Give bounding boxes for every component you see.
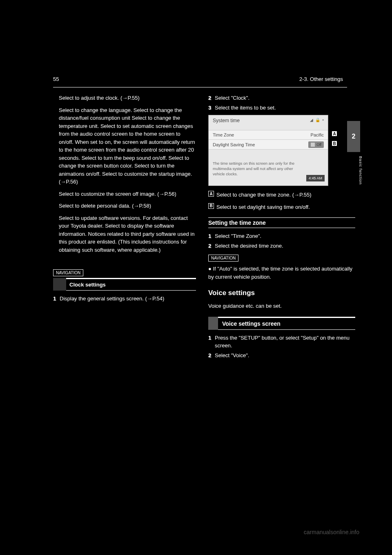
callout-a-text: Select to change the time zone. [216, 192, 291, 198]
delete-data-ref: (→P.58) [132, 203, 151, 209]
system-time-screenshot: System time ◢ 🔒 ⚬ Time Zone Pacific Dayl… [208, 115, 328, 186]
ss-clock-time: 4:45 AM [306, 175, 325, 181]
step-number-3: 3 [208, 104, 215, 112]
ss-note-text: The time settings on this screen are onl… [213, 161, 301, 177]
section-header: 2-3. Other settings [299, 76, 343, 82]
clock-setting-ref: (→P.55) [120, 95, 140, 101]
watermark: carmanualsonline.info [304, 529, 359, 535]
voice-settings-heading: Voice settings [208, 289, 355, 297]
tz-step-number-2: 2 [208, 242, 215, 250]
startup-image-ref: (→P.56) [59, 179, 78, 185]
tz-step-number-1: 1 [208, 232, 215, 240]
ss-status-icons: ◢ 🔒 ⚬ [310, 118, 325, 122]
callout-b-text: Select to set daylight saving time on/of… [216, 203, 310, 211]
step1-ref: (→P.54) [145, 295, 165, 302]
right-column: 2 Select "Clock". 3 Select the items to … [208, 94, 355, 361]
voice-step2-text: Select "Voice". [215, 351, 355, 360]
callout-a-label: A [208, 191, 214, 197]
callout-b-marker: B [332, 141, 337, 146]
ss-timezone-value: Pacific [311, 132, 324, 137]
tz-step2-text: Select the desired time zone. [215, 242, 355, 250]
step2-text: Select "Clock". [215, 94, 355, 102]
callout-b-label: B [208, 203, 214, 209]
voice-step-number-2: 2 [208, 351, 215, 360]
chapter-tab-label: Basic function [354, 156, 363, 185]
navigation-badge-2: NAVIGATION [208, 255, 238, 262]
screen-off-ref: (→P.56) [157, 191, 176, 197]
ss-dst-label: Daylight Saving Time [213, 142, 255, 147]
clock-settings-title: Clock settings [66, 278, 196, 291]
tz-step1-text: Select "Time Zone". [215, 232, 355, 240]
software-info-text: Select to update software versions. For … [59, 215, 194, 253]
auto-timezone-note: If "Auto" is selected, the time zone is … [208, 266, 352, 280]
chapter-tab: 2 [347, 121, 360, 152]
callout-a-marker: A [332, 131, 337, 137]
ss-dst-row: Daylight Saving Time Off [209, 140, 328, 150]
left-column: Select to adjust the clock. (→P.55) Sele… [53, 94, 200, 361]
voice-intro-text: Voice guidance etc. can be set. [208, 302, 355, 310]
ss-timezone-label: Time Zone [213, 132, 234, 137]
screen-off-text: Select to customize the screen off image… [59, 191, 156, 197]
callout-a-ref: (→P.55) [292, 192, 312, 198]
nav-box-accent [53, 278, 66, 291]
ss-dst-toggle: Off [308, 141, 324, 148]
navigation-badge: NAVIGATION [53, 269, 83, 276]
step1-text: Display the general settings screen. [60, 295, 144, 302]
chapter-number: 2 [352, 133, 356, 140]
delete-data-text: Select to delete personal data. [59, 203, 131, 209]
voice-bar-accent [208, 317, 218, 330]
clock-setting-text: Select to adjust the clock. [59, 95, 119, 101]
clock-settings-nav-box: NAVIGATION Clock settings [53, 269, 196, 291]
page-number: 55 [53, 76, 59, 82]
voice-step-number-1: 1 [208, 334, 215, 350]
step-number-2: 2 [208, 94, 215, 102]
ss-title: System time [213, 118, 240, 123]
voice-settings-bar: Voice settings screen [208, 317, 355, 330]
settings-list-text: Select to change the language. Select to… [59, 107, 195, 177]
step-number-1: 1 [53, 295, 60, 303]
voice-bar-title: Voice settings screen [218, 317, 355, 330]
header-divider [53, 87, 347, 87]
setting-timezone-header: Setting the time zone [208, 217, 355, 228]
step3-text: Select the items to be set. [215, 104, 355, 112]
ss-timezone-row: Time Zone Pacific [209, 130, 328, 140]
voice-step1-text: Press the "SETUP" button, or select "Set… [215, 334, 355, 350]
